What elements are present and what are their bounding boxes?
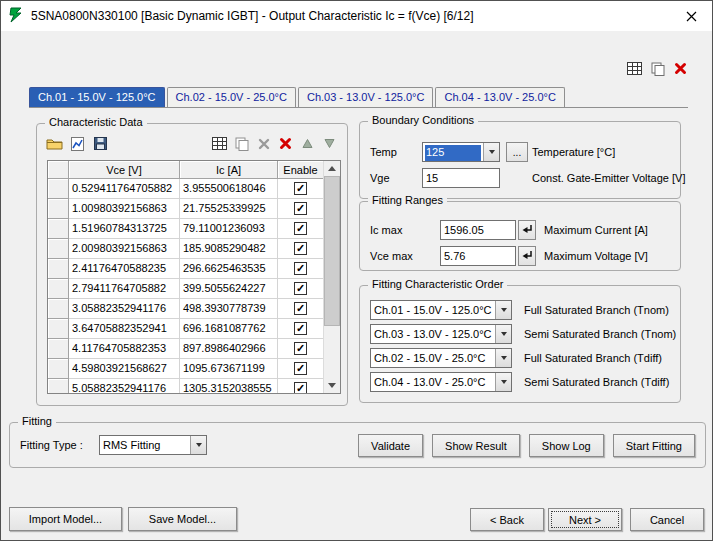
ic-max-set-button[interactable] xyxy=(518,220,536,240)
enable-checkbox[interactable]: ✓ xyxy=(294,202,307,215)
import-model-button[interactable]: Import Model... xyxy=(9,507,122,531)
window-delete-button[interactable] xyxy=(671,61,690,78)
ic-cell[interactable]: 498.3930778739 xyxy=(180,299,278,319)
enable-checkbox[interactable]: ✓ xyxy=(294,342,307,355)
vce-cell[interactable]: 2.79411764705882 xyxy=(69,279,180,299)
cancel-button[interactable]: Cancel xyxy=(630,508,704,531)
enable-checkbox[interactable]: ✓ xyxy=(294,362,307,375)
vce-cell[interactable]: 4.59803921568627 xyxy=(69,359,180,379)
show-log-button[interactable]: Show Log xyxy=(529,434,604,457)
ic-max-input[interactable] xyxy=(440,220,516,240)
vce-cell[interactable]: 3.64705882352941 xyxy=(69,319,180,339)
fitting-order-select-1[interactable]: Ch.01 - 15.0V - 125.0°C xyxy=(370,300,512,320)
enable-cell: ✓ xyxy=(278,279,323,299)
next-button[interactable]: Next > xyxy=(548,508,622,531)
row-selector[interactable] xyxy=(48,179,69,199)
tab-ch01[interactable]: Ch.01 - 15.0V - 125.0°C xyxy=(29,87,165,107)
fitting-order-select-2[interactable]: Ch.03 - 13.0V - 125.0°C xyxy=(370,324,512,344)
enable-checkbox[interactable]: ✓ xyxy=(294,242,307,255)
tab-ch02[interactable]: Ch.02 - 15.0V - 25.0°C xyxy=(167,87,296,107)
dropdown-arrow-icon[interactable] xyxy=(495,301,511,319)
validate-button[interactable]: Validate xyxy=(358,434,423,457)
fitting-type-select[interactable]: RMS Fitting xyxy=(99,435,207,455)
enable-checkbox[interactable]: ✓ xyxy=(294,322,307,335)
enable-checkbox[interactable]: ✓ xyxy=(294,182,307,195)
vce-cell[interactable]: 2.41176470588235 xyxy=(69,259,180,279)
ic-cell[interactable]: 897.8986402966 xyxy=(180,339,278,359)
vge-input[interactable] xyxy=(422,168,500,188)
dropdown-arrow-icon[interactable] xyxy=(495,325,511,343)
fitting-order-row: Ch.01 - 15.0V - 125.0°CFull Saturated Br… xyxy=(370,300,676,320)
row-selector[interactable] xyxy=(48,379,69,393)
ic-cell[interactable]: 696.1681087762 xyxy=(180,319,278,339)
ic-cell[interactable]: 399.5055624227 xyxy=(180,279,278,299)
vce-cell[interactable]: 0.529411764705882 xyxy=(69,179,180,199)
vce-max-input[interactable] xyxy=(440,246,516,266)
vce-cell[interactable]: 2.00980392156863 xyxy=(69,239,180,259)
save-model-button[interactable]: Save Model... xyxy=(128,507,237,531)
enable-checkbox[interactable]: ✓ xyxy=(294,282,307,295)
row-selector[interactable] xyxy=(48,259,69,279)
row-selector[interactable] xyxy=(48,279,69,299)
temperature-browse-button[interactable]: ... xyxy=(506,142,528,162)
chart-icon xyxy=(71,137,84,153)
dropdown-arrow-icon[interactable] xyxy=(190,436,206,454)
ic-cell[interactable]: 296.6625463535 xyxy=(180,259,278,279)
save-data-button[interactable] xyxy=(91,136,110,153)
delete-table-button[interactable] xyxy=(276,136,295,153)
grid-view-button[interactable] xyxy=(210,136,229,153)
tab-ch04[interactable]: Ch.04 - 13.0V - 25.0°C xyxy=(435,87,564,107)
open-data-button[interactable] xyxy=(45,136,64,153)
temperature-select[interactable]: 125 xyxy=(422,142,500,162)
row-selector[interactable] xyxy=(48,339,69,359)
row-selector[interactable] xyxy=(48,359,69,379)
plot-data-button[interactable] xyxy=(68,136,87,153)
group-title: Fitting Ranges xyxy=(368,194,447,206)
row-selector[interactable] xyxy=(48,319,69,339)
table-scrollbar[interactable] xyxy=(323,161,340,393)
vce-cell[interactable]: 4.11764705882353 xyxy=(69,339,180,359)
dropdown-arrow-icon[interactable] xyxy=(495,349,511,367)
fitting-order-select-4[interactable]: Ch.04 - 13.0V - 25.0°C xyxy=(370,372,512,392)
ic-cell[interactable]: 185.9085290482 xyxy=(180,239,278,259)
back-button[interactable]: < Back xyxy=(470,508,544,531)
vce-cell[interactable]: 5.05882352941176 xyxy=(69,379,180,393)
window-grid-button[interactable] xyxy=(625,61,644,78)
dropdown-arrow-icon[interactable] xyxy=(483,143,499,161)
enable-checkbox[interactable]: ✓ xyxy=(294,382,307,393)
enable-checkbox[interactable]: ✓ xyxy=(294,302,307,315)
row-selector[interactable] xyxy=(48,199,69,219)
copy-icon xyxy=(651,62,665,78)
move-up-button[interactable] xyxy=(298,136,317,153)
vge-label: Vge xyxy=(370,172,390,184)
dropdown-arrow-icon[interactable] xyxy=(495,373,511,391)
copy-table-button[interactable] xyxy=(232,136,251,153)
start-fitting-button[interactable]: Start Fitting xyxy=(613,434,695,457)
window-copy-button[interactable] xyxy=(648,61,667,78)
enable-checkbox[interactable]: ✓ xyxy=(294,222,307,235)
tab-ch03[interactable]: Ch.03 - 13.0V - 125.0°C xyxy=(298,87,434,107)
enable-cell: ✓ xyxy=(278,299,323,319)
move-down-button[interactable] xyxy=(320,136,339,153)
ic-cell[interactable]: 1095.673671199 xyxy=(180,359,278,379)
scroll-down-button[interactable] xyxy=(324,378,340,393)
ic-cell[interactable]: 79.11001236093 xyxy=(180,219,278,239)
scroll-up-button[interactable] xyxy=(324,161,340,176)
row-selector[interactable] xyxy=(48,239,69,259)
fitting-order-select-3[interactable]: Ch.02 - 15.0V - 25.0°C xyxy=(370,348,512,368)
vce-cell[interactable]: 3.05882352941176 xyxy=(69,299,180,319)
row-selector[interactable] xyxy=(48,299,69,319)
ic-cell[interactable]: 21.75525339925 xyxy=(180,199,278,219)
scrollbar-thumb[interactable] xyxy=(324,176,340,326)
vce-cell[interactable]: 1.00980392156863 xyxy=(69,199,180,219)
row-selector[interactable] xyxy=(48,219,69,239)
ic-cell[interactable]: 1305.3152038555 xyxy=(180,379,278,393)
close-button[interactable] xyxy=(670,1,712,31)
clear-row-button[interactable] xyxy=(254,136,273,153)
vce-max-set-button[interactable] xyxy=(518,246,536,266)
show-result-button[interactable]: Show Result xyxy=(432,434,520,457)
enable-cell: ✓ xyxy=(278,319,323,339)
vce-cell[interactable]: 1.51960784313725 xyxy=(69,219,180,239)
enable-checkbox[interactable]: ✓ xyxy=(294,262,307,275)
ic-cell[interactable]: 3.955500618046 xyxy=(180,179,278,199)
